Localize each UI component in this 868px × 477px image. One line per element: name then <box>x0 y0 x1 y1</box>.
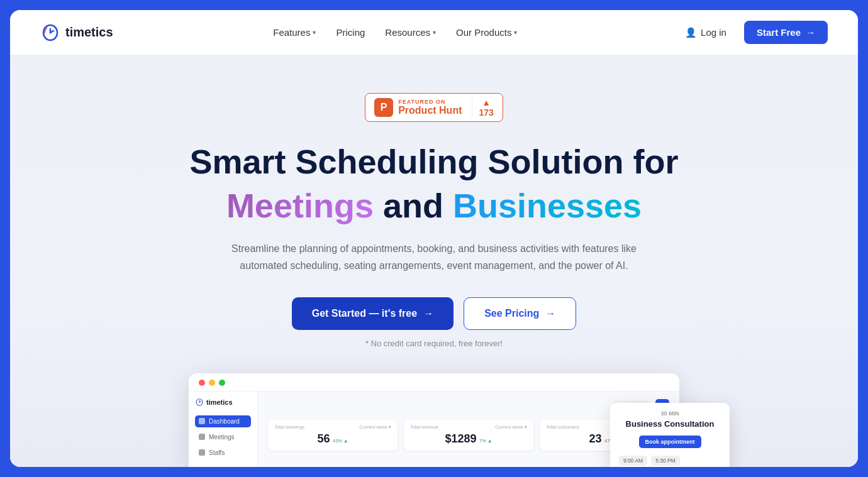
product-hunt-badge[interactable]: P FEATURED ON Product Hunt ▲ 173 <box>365 93 503 122</box>
sidebar-item-meetings[interactable]: Meetings <box>195 431 251 443</box>
traffic-lights <box>199 380 669 386</box>
dashboard-icon <box>199 418 205 424</box>
time-slot-2[interactable]: 5:30 PM <box>651 456 680 466</box>
sidebar-mini: timetics Dashboard Meetings Staffs <box>189 392 258 467</box>
nav-right: 👤 Log in Start Free → <box>677 21 828 44</box>
hero-title-line2: Meetings and Businesses <box>226 186 642 225</box>
see-pricing-button[interactable]: See Pricing → <box>464 297 576 330</box>
pricing-arrow-icon: → <box>545 308 555 319</box>
meetings-icon <box>199 434 205 440</box>
nav-links: Features ▾ Pricing Resources ▾ Our Produ… <box>265 22 525 43</box>
login-button[interactable]: 👤 Log in <box>677 22 734 43</box>
features-chevron-icon: ▾ <box>313 29 316 36</box>
time-slot-1[interactable]: 9:00 AM <box>619 456 647 466</box>
nav-products[interactable]: Our Products ▾ <box>448 22 525 43</box>
product-hunt-votes: ▲ 173 <box>472 97 493 118</box>
card-duration: 30 MIN <box>619 410 721 417</box>
card-title: Business Consultation <box>619 419 721 429</box>
start-free-button[interactable]: Start Free → <box>744 21 828 44</box>
sidebar-logo-mini: timetics <box>195 398 251 407</box>
red-dot <box>199 380 205 386</box>
get-started-button[interactable]: Get Started — it's free → <box>292 297 453 330</box>
staffs-icon <box>199 449 205 456</box>
user-icon: 👤 <box>685 27 697 38</box>
hero-subtitle: Streamline the planning of appointments,… <box>226 240 642 274</box>
nav-resources[interactable]: Resources ▾ <box>377 22 443 43</box>
navbar: timetics Features ▾ Pricing Resources ▾ … <box>10 10 858 55</box>
dash-top-bar: 🔍 Search <box>268 399 669 413</box>
sidebar-item-staffs[interactable]: Staffs <box>195 447 251 459</box>
yellow-dot <box>209 380 215 386</box>
dashboard-preview: timetics Dashboard Meetings Staffs <box>189 373 679 467</box>
main-frame: timetics Features ▾ Pricing Resources ▾ … <box>10 10 858 467</box>
stat-card-bookings: Total bookings Current week ▾ 56 43% ▲ <box>268 419 398 451</box>
cta-buttons: Get Started — it's free → See Pricing → <box>292 297 577 330</box>
hero-meetings-word: Meetings <box>226 187 374 224</box>
sidebar-item-dashboard[interactable]: Dashboard <box>195 415 251 427</box>
stat-card-revenue: Total revenue Current week ▾ $1289 7% ▲ <box>404 419 533 451</box>
sidebar-brand-name: timetics <box>206 398 233 406</box>
hero-businesses-word: Businesses <box>453 187 642 224</box>
logo[interactable]: timetics <box>40 23 113 43</box>
time-slots-row: 9:00 AM 5:30 PM <box>619 456 721 466</box>
dashboard-inner: timetics Dashboard Meetings Staffs <box>189 392 679 467</box>
products-chevron-icon: ▾ <box>514 29 517 36</box>
floating-appointment-card: 30 MIN Business Consultation Book appoin… <box>610 403 730 467</box>
green-dot <box>219 380 225 386</box>
arrow-right-icon: → <box>806 27 815 38</box>
cta-arrow-icon: → <box>423 308 433 319</box>
stats-row: Total bookings Current week ▾ 56 43% ▲ <box>268 419 669 451</box>
hero-section: P FEATURED ON Product Hunt ▲ 173 Smart S… <box>10 55 858 467</box>
logo-text: timetics <box>65 25 113 40</box>
nav-features[interactable]: Features ▾ <box>265 22 323 43</box>
product-hunt-icon: P <box>374 98 393 117</box>
nav-pricing[interactable]: Pricing <box>328 22 372 43</box>
hero-and-word: and <box>383 187 453 224</box>
product-hunt-text: FEATURED ON Product Hunt <box>398 99 462 116</box>
no-card-text: * No credit card required, free forever! <box>365 339 503 348</box>
resources-chevron-icon: ▾ <box>433 29 436 36</box>
votes-triangle-icon: ▲ <box>482 97 491 107</box>
dashboard-top-bar <box>189 373 679 392</box>
book-appointment-button[interactable]: Book appointment <box>639 436 701 448</box>
hero-title-line1: Smart Scheduling Solution for <box>189 142 678 181</box>
